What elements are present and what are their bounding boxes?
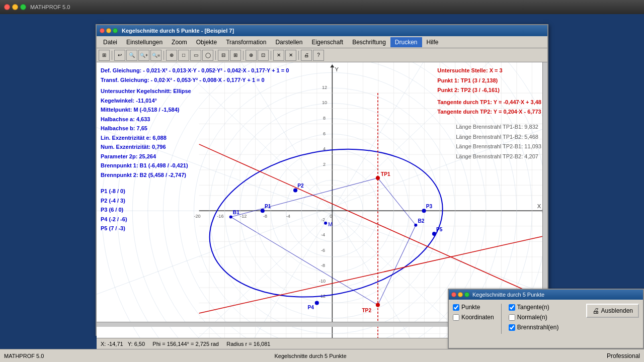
menu-zoom[interactable]: Zoom	[167, 37, 192, 47]
window-controls[interactable]	[100, 28, 118, 33]
win-maximize-button[interactable]	[113, 28, 118, 33]
brennpunkt1: Brennpunkt 1: B1 (-6,498 / -0,421)	[101, 161, 289, 170]
menubar: Datei Einstellungen Zoom Objekte Transfo…	[97, 36, 547, 48]
vertical-scrollbar[interactable]	[542, 62, 547, 327]
kegelwinkel: Kegelwinkel: -11,014°	[101, 97, 289, 105]
menu-hilfe[interactable]: Hilfe	[422, 37, 443, 47]
svg-text:-8: -8	[321, 263, 325, 268]
app-name: MATHPROF 5.0	[4, 353, 264, 359]
svg-text:0: 0	[330, 214, 332, 219]
lin-exzentrizitaet: Lin. Exzentrizität e: 6,088	[101, 134, 289, 142]
sub-window-controls[interactable]	[451, 292, 469, 297]
menu-beschriftung[interactable]: Beschriftung	[348, 37, 390, 47]
tb-paste-button[interactable]: ⊡	[258, 50, 269, 61]
svg-text:M: M	[328, 222, 332, 227]
cb-normale[interactable]	[509, 314, 515, 321]
svg-text:8: 8	[323, 116, 326, 121]
menu-transformation[interactable]: Transformation	[221, 37, 271, 47]
app-bottom-bar: MATHPROF 5.0 Kegelschnitte durch 5 Punkt…	[0, 349, 644, 362]
cb-tangenten-label: Tangente(n)	[517, 304, 549, 311]
cb-punkte-row: Punkte	[453, 304, 494, 311]
app-window-title: Kegelschnitte durch 5 Punkte	[274, 353, 346, 359]
sub-minimize-button[interactable]	[458, 292, 463, 297]
minimize-button[interactable]	[12, 4, 18, 10]
tb-zoom-out-button[interactable]: 🔍	[126, 50, 137, 61]
sub-window-title: Kegelschnitte durch 5 Punkte	[472, 292, 544, 298]
tb-table-button[interactable]: ⊟	[218, 50, 229, 61]
os-title: MATHPROF 5.0	[30, 4, 70, 10]
cb-divider	[501, 304, 502, 334]
svg-text:X: X	[537, 203, 541, 209]
cb-normale-row: Normale(n)	[509, 314, 559, 321]
laenge3: Länge Brennstrahl TP2-B1: 11,093	[456, 142, 541, 151]
svg-point-105	[414, 224, 417, 227]
menu-darstellen[interactable]: Darstellen	[271, 37, 307, 47]
brennpunkt2: Brennpunkt 2: B2 (5,458 / -2,747)	[101, 171, 289, 179]
checkbox-group-right: Tangente(n) Normale(n) Brennstrahl(en)	[509, 304, 559, 331]
tb-copy-button[interactable]: ⊕	[246, 50, 257, 61]
menu-eigenschaft[interactable]: Eigenschaft	[307, 37, 348, 47]
cb-koordinaten[interactable]	[453, 314, 459, 321]
tb-chart-button[interactable]: ⊞	[230, 50, 241, 61]
punkt1-label: Punkt 1: TP1 (3 / 2,138)	[437, 76, 541, 85]
svg-text:-6: -6	[321, 248, 325, 253]
tb-sep-6	[298, 51, 299, 60]
win-minimize-button[interactable]	[106, 28, 111, 33]
tb-zoom-fit-button[interactable]: 🔍=	[150, 50, 162, 61]
sub-window: Kegelschnitte durch 5 Punkte Punkte Koor…	[448, 289, 644, 349]
tb-zoom-in-button[interactable]: 🔍+	[138, 50, 149, 61]
laenge2: Länge Brennstrahl TP1-B2: 5,468	[456, 133, 541, 142]
sub-maximize-button[interactable]	[464, 292, 469, 297]
cb-koordinaten-row: Koordinaten	[453, 314, 494, 321]
tb-prev-button[interactable]: ↩	[114, 50, 125, 61]
svg-text:6: 6	[323, 131, 326, 136]
tb-select-button[interactable]: ⊕	[166, 50, 177, 61]
svg-text:B2: B2	[418, 218, 424, 224]
tb-help-button[interactable]: ?	[313, 50, 324, 61]
sub-window-body: Punkte Koordinaten Tangente(n) Normale(n…	[449, 300, 643, 338]
laenge4: Länge Brennstrahl TP2-B2: 4,207	[456, 152, 541, 161]
tb-sep-1	[112, 51, 112, 60]
svg-point-99	[315, 301, 319, 305]
svg-text:-2: -2	[321, 217, 325, 222]
toolbar: ⊞ ↩ 🔍 🔍+ 🔍= ⊕ □ ▭ ◯ ⊟ ⊞ ⊕ ⊡ ✕ ✕ 🖨 ?	[97, 48, 547, 62]
ausblenden-button[interactable]: 🖨 Ausblenden	[586, 304, 639, 318]
status-radius: Radius r = 16,081	[226, 341, 270, 347]
os-window-controls[interactable]	[4, 4, 26, 10]
menu-datei[interactable]: Datei	[99, 37, 122, 47]
svg-text:-10: -10	[319, 279, 326, 284]
info-panel-left: Def. Gleichung: - 0,021·X² - 0,013·X·Y -…	[101, 66, 289, 233]
p4-label: P4 (-2 / -6)	[101, 215, 289, 224]
menu-objekte[interactable]: Objekte	[192, 37, 221, 47]
cb-punkte[interactable]	[453, 304, 459, 311]
tb-print-button[interactable]: 🖨	[301, 50, 312, 61]
menu-einstellungen[interactable]: Einstellungen	[122, 37, 167, 47]
svg-point-101	[432, 232, 436, 236]
tb-move-button[interactable]: □	[178, 50, 189, 61]
svg-text:P3: P3	[426, 204, 433, 209]
menu-drucken[interactable]: Drucken	[390, 37, 422, 47]
tb-close-button[interactable]: ✕	[273, 50, 284, 61]
win-close-button[interactable]	[100, 28, 105, 33]
tb-sep-3	[215, 51, 216, 60]
sub-close-button[interactable]	[451, 292, 456, 297]
cb-tangenten[interactable]	[509, 304, 515, 311]
ausblenden-label: Ausblenden	[601, 307, 633, 314]
svg-point-107	[324, 222, 327, 225]
halbachse-a: Halbachse a: 4,633	[101, 115, 289, 124]
svg-text:P2: P2	[297, 183, 304, 189]
print-icon: 🖨	[592, 307, 599, 315]
close-button[interactable]	[4, 4, 10, 10]
cb-brennstrahl-label: Brennstrahl(en)	[517, 324, 559, 331]
cb-brennstrahl[interactable]	[509, 324, 515, 331]
tb-close2-button[interactable]: ✕	[285, 50, 296, 61]
tb-grid-button[interactable]: ⊞	[99, 50, 110, 61]
tb-ellipse-button[interactable]: ◯	[202, 50, 213, 61]
svg-point-95	[293, 188, 297, 192]
tb-rect-button[interactable]: ▭	[190, 50, 201, 61]
os-titlebar: MATHPROF 5.0	[0, 0, 644, 14]
svg-text:TP1: TP1	[381, 171, 390, 177]
maximize-button[interactable]	[20, 4, 26, 10]
untersuchte-stelle: Untersuchte Stelle: X = 3	[437, 66, 541, 75]
tangente-tp2: Tangente durch TP2: Y = 0,204·X - 6,773	[437, 108, 541, 117]
